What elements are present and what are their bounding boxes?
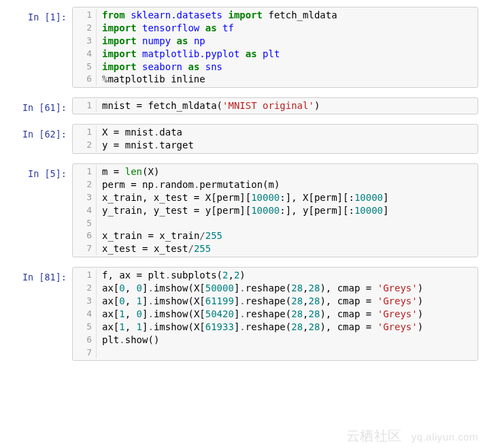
code-token [137, 61, 142, 72]
code-line-source[interactable]: plt.show() [96, 334, 478, 347]
code-token: plt [263, 48, 280, 59]
code-token: random [159, 179, 194, 190]
code-line-source[interactable]: %matplotlib inline [96, 73, 478, 86]
code-token [137, 22, 142, 33]
code-token: (X) [142, 166, 159, 177]
code-cell[interactable]: In [61]:1mnist = fetch_mldata('MNIST ori… [7, 97, 478, 114]
code-token: matplotlib inline [107, 74, 205, 84]
code-line-source[interactable]: import numpy as np [96, 35, 478, 48]
code-token: ), cmap [320, 283, 365, 293]
code-token: from [102, 10, 125, 20]
code-line-source[interactable]: y_train, y_test = y[perm][10000:], y[per… [96, 204, 478, 217]
line-number: 5 [73, 217, 96, 229]
code-token: m [102, 166, 114, 177]
code-token [171, 35, 176, 46]
code-cell[interactable]: In [81]:1f, ax = plt.subplots(2,2)2ax[0,… [7, 267, 478, 361]
code-line-source[interactable]: f, ax = plt.subplots(2,2) [96, 269, 478, 282]
line-number: 6 [73, 229, 96, 242]
code-token: permutation(m) [199, 179, 280, 190]
code-cell[interactable]: In [5]:1m = len(X)2perm = np.random.perm… [7, 163, 478, 257]
code-line-source[interactable]: import seaborn as sns [96, 61, 478, 74]
code-cell[interactable]: In [1]:1from sklearn.datasets import fet… [7, 7, 478, 88]
code-input-area[interactable]: 1X = mnist.data2y = mnist.target [72, 124, 478, 154]
code-line: 5 [73, 217, 478, 230]
code-line-source[interactable]: y = mnist.target [96, 139, 478, 152]
code-token: as [188, 61, 199, 72]
line-number: 3 [73, 295, 96, 307]
code-input-area[interactable]: 1m = len(X)2perm = np.random.permutation… [72, 163, 478, 257]
line-number: 7 [73, 347, 96, 359]
code-token: . [239, 308, 245, 319]
code-input-area[interactable]: 1from sklearn.datasets import fetch_mlda… [72, 7, 478, 88]
code-line: 4y_train, y_test = y[perm][10000:], y[pe… [73, 204, 478, 217]
code-token: , [228, 270, 233, 281]
code-cell[interactable]: In [62]:1X = mnist.data2y = mnist.target [7, 124, 478, 154]
code-token: perm [102, 179, 131, 190]
code-line-source[interactable]: X = mnist.data [96, 126, 478, 139]
code-line: 6%matplotlib inline [73, 73, 478, 86]
code-token: reshape( [246, 283, 291, 293]
code-token: . [239, 283, 245, 293]
code-token: ax[ [102, 321, 119, 332]
code-token: :], X[perm][: [280, 192, 354, 203]
code-token: target [159, 140, 194, 150]
code-line-source[interactable]: m = len(X) [96, 165, 478, 178]
code-line: 3ax[0, 1].imshow(X[61199].reshape(28,28)… [73, 295, 478, 308]
code-line: 3x_train, x_test = X[perm][10000:], X[pe… [73, 191, 478, 204]
code-line-source[interactable]: x_train, x_test = X[perm][10000:], X[per… [96, 191, 478, 204]
code-line-source[interactable] [96, 347, 478, 359]
input-prompt: In [1]: [7, 7, 72, 88]
code-token: np [137, 179, 154, 190]
line-number: 4 [73, 48, 96, 60]
code-line: 7 [73, 347, 478, 359]
code-token: x_train [102, 230, 148, 241]
line-number: 1 [73, 165, 96, 178]
code-input-area[interactable]: 1f, ax = plt.subplots(2,2)2ax[0, 0].imsh… [72, 267, 478, 361]
code-token: imshow(X[ [154, 283, 205, 293]
code-token: 50000 [205, 283, 234, 293]
code-token: ) [418, 308, 423, 319]
code-token [137, 48, 142, 59]
code-line-source[interactable]: perm = np.random.permutation(m) [96, 178, 478, 191]
code-line-source[interactable]: import tensorflow as tf [96, 22, 478, 35]
code-token: import [228, 10, 263, 20]
code-token: = [131, 179, 136, 190]
code-token: . [148, 295, 153, 306]
code-input-area[interactable]: 1mnist = fetch_mldata('MNIST original') [72, 97, 478, 114]
code-token [371, 283, 377, 293]
code-line-source[interactable]: from sklearn.datasets import fetch_mldat… [96, 9, 478, 22]
line-number: 4 [73, 204, 96, 217]
code-line: 1f, ax = plt.subplots(2,2) [73, 269, 478, 282]
code-token [199, 61, 205, 72]
code-line-source[interactable] [96, 217, 478, 230]
code-token: np [194, 35, 205, 46]
code-line-source[interactable]: ax[0, 1].imshow(X[61199].reshape(28,28),… [96, 295, 478, 308]
code-token: / [199, 230, 205, 241]
code-line-source[interactable]: ax[1, 1].imshow(X[61933].reshape(28,28),… [96, 321, 478, 334]
code-token: , [303, 308, 308, 319]
code-token: 1 [137, 321, 142, 332]
code-token: import [102, 22, 137, 33]
code-line-source[interactable]: ax[1, 0].imshow(X[50420].reshape(28,28),… [96, 308, 478, 321]
code-token: 255 [205, 230, 222, 241]
code-line-source[interactable]: x_train = x_train/255 [96, 229, 478, 242]
code-token: 'Greys' [378, 283, 418, 293]
code-token: tf [222, 22, 234, 33]
line-number: 6 [73, 334, 96, 346]
code-token: 28 [291, 321, 303, 332]
code-line-source[interactable]: x_test = x_test/255 [96, 242, 478, 255]
input-prompt: In [61]: [7, 97, 72, 114]
code-line-source[interactable]: mnist = fetch_mldata('MNIST original') [96, 99, 478, 112]
code-token: . [239, 321, 245, 332]
code-token: 10000 [251, 192, 280, 203]
code-token: 1 [119, 321, 124, 332]
code-token: :], y[perm][: [280, 205, 354, 216]
line-number: 4 [73, 308, 96, 320]
code-token: imshow(X[ [154, 321, 205, 332]
code-line-source[interactable]: import matplotlib.pyplot as plt [96, 48, 478, 61]
code-token: y[perm][ [199, 205, 251, 216]
code-token: 50420 [205, 308, 234, 319]
code-line-source[interactable]: ax[0, 0].imshow(X[50000].reshape(28,28),… [96, 282, 478, 295]
code-token: mnist [119, 127, 154, 138]
code-token: subplots( [171, 270, 222, 281]
